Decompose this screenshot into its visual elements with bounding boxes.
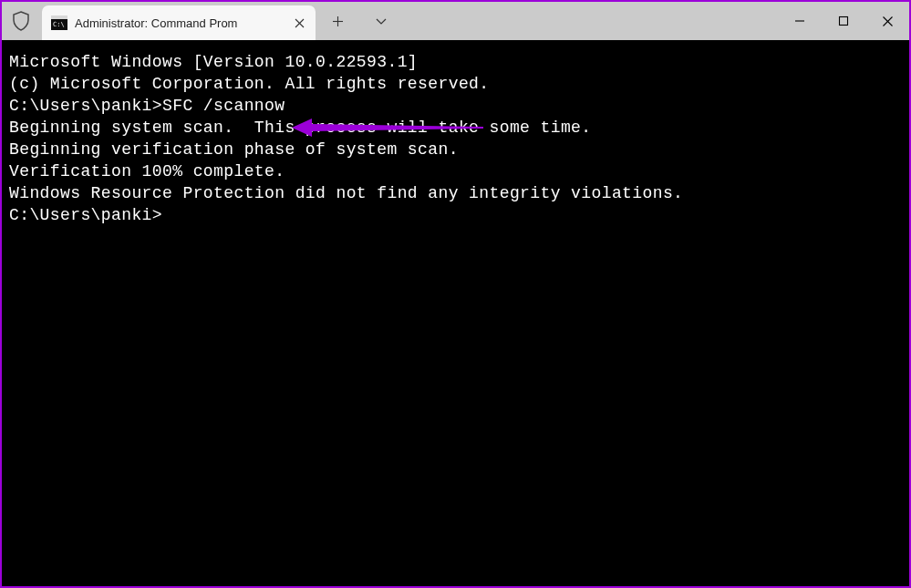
close-tab-button[interactable]	[292, 15, 306, 30]
terminal-output[interactable]: Microsoft Windows [Version 10.0.22593.1]…	[2, 40, 909, 586]
tab-dropdown-button[interactable]	[359, 2, 403, 40]
maximize-button[interactable]	[822, 2, 865, 40]
window-controls	[778, 2, 909, 40]
terminal-line: Microsoft Windows [Version 10.0.22593.1]	[9, 51, 902, 73]
close-window-button[interactable]	[865, 2, 909, 40]
active-tab[interactable]: C:\ Administrator: Command Prom	[42, 5, 316, 40]
terminal-line: Windows Resource Protection did not find…	[9, 182, 902, 204]
terminal-line: C:\Users\panki>SFC /scannow	[9, 95, 902, 117]
svg-rect-8	[840, 17, 848, 26]
terminal-line: C:\Users\panki>	[9, 204, 902, 226]
security-shield-icon	[2, 2, 40, 40]
svg-text:C:\: C:\	[53, 21, 65, 28]
terminal-line: Beginning system scan. This process will…	[9, 117, 902, 139]
terminal-line: (c) Microsoft Corporation. All rights re…	[9, 73, 902, 95]
terminal-line: Verification 100% complete.	[9, 160, 902, 182]
titlebar[interactable]: C:\ Administrator: Command Prom	[2, 2, 909, 40]
cmd-icon: C:\	[51, 15, 67, 31]
tab-actions	[316, 2, 403, 40]
new-tab-button[interactable]	[316, 2, 359, 40]
tab-title: Administrator: Command Prom	[75, 16, 285, 30]
terminal-line: Beginning verification phase of system s…	[9, 139, 902, 160]
svg-rect-1	[51, 15, 67, 19]
minimize-button[interactable]	[778, 2, 822, 40]
